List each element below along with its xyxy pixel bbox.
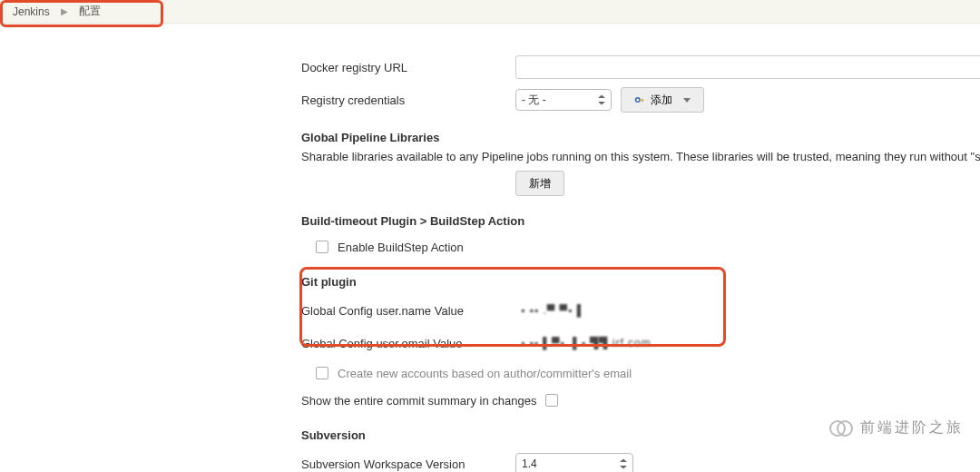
add-credentials-label: 添加 bbox=[651, 93, 672, 108]
watermark-text: 前端进阶之旅 bbox=[860, 418, 964, 438]
git-show-summary-label: Show the entire commit summary in change… bbox=[301, 394, 536, 408]
git-user-name-input[interactable]: ▪ ▪▪ .▀ ▀▪ ▌ bbox=[515, 300, 715, 321]
git-create-accounts-label: Create new accounts based on author/comm… bbox=[338, 367, 632, 380]
caret-down-icon bbox=[683, 98, 691, 103]
enable-buildstep-label: Enable BuildStep Action bbox=[338, 241, 464, 254]
docker-registry-url-input[interactable] bbox=[515, 55, 980, 79]
enable-buildstep-checkbox[interactable] bbox=[316, 241, 328, 253]
breadcrumb-root[interactable]: Jenkins bbox=[4, 5, 59, 18]
registry-credentials-label: Registry credentials bbox=[301, 93, 515, 107]
add-credentials-button[interactable]: 添加 bbox=[621, 87, 704, 113]
breadcrumb-current[interactable]: 配置 bbox=[70, 4, 110, 19]
docker-label-field-label: Docker Label bbox=[301, 28, 515, 42]
pipeline-libraries-section-title: Global Pipeline Libraries bbox=[301, 131, 980, 144]
git-create-accounts-checkbox[interactable] bbox=[316, 367, 328, 379]
registry-credentials-select[interactable]: - 无 - bbox=[515, 89, 612, 111]
git-user-email-input[interactable]: ▪ ▪▪▐ ▀▪ ▐ ▪ ▜▜ irf.com bbox=[515, 332, 715, 354]
build-timeout-section-title: Build-timeout Plugin > BuildStep Action bbox=[301, 214, 980, 228]
svn-workspace-version-label: Subversion Workspace Version bbox=[301, 457, 515, 471]
pipeline-libraries-description: Sharable libraries available to any Pipe… bbox=[301, 150, 980, 163]
svn-workspace-version-select[interactable]: 1.4 bbox=[515, 453, 633, 472]
watermark: 前端进阶之旅 bbox=[829, 418, 964, 438]
chevron-right-icon: ▶ bbox=[59, 6, 70, 16]
git-show-summary-checkbox[interactable] bbox=[545, 394, 558, 407]
wechat-icon bbox=[829, 418, 853, 438]
key-icon bbox=[634, 94, 645, 105]
git-plugin-section-title: Git plugin bbox=[301, 275, 980, 289]
svg-point-0 bbox=[636, 98, 641, 103]
pipeline-add-button[interactable]: 新增 bbox=[515, 171, 564, 196]
docker-registry-url-label: Docker registry URL bbox=[301, 61, 515, 74]
git-user-name-label: Global Config user.name Value bbox=[301, 304, 515, 318]
git-user-email-label: Global Config user.email Value bbox=[301, 337, 515, 350]
